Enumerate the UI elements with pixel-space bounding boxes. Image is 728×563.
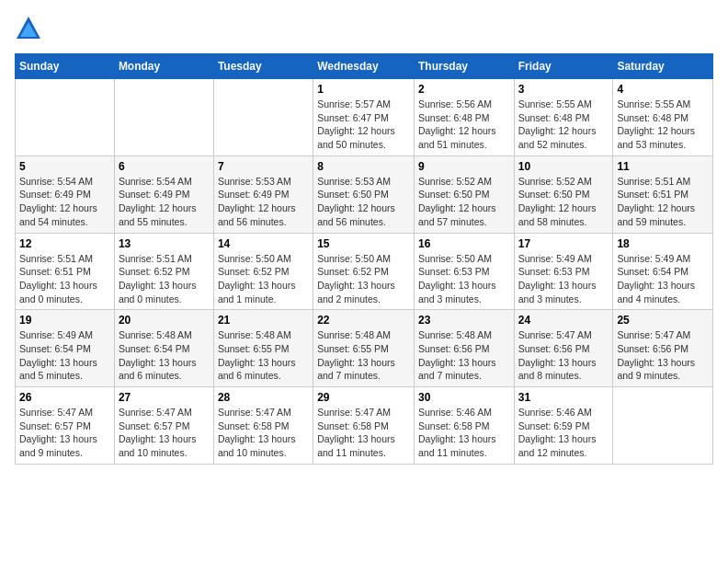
day-info: Sunrise: 5:48 AM Sunset: 6:56 PM Dayligh… xyxy=(418,328,510,383)
calendar-cell: 19Sunrise: 5:49 AM Sunset: 6:54 PM Dayli… xyxy=(16,310,115,387)
logo xyxy=(15,15,46,42)
calendar-week-row: 26Sunrise: 5:47 AM Sunset: 6:57 PM Dayli… xyxy=(16,387,713,465)
day-number: 13 xyxy=(119,237,210,250)
day-info: Sunrise: 5:53 AM Sunset: 6:49 PM Dayligh… xyxy=(218,175,309,229)
calendar-cell: 6Sunrise: 5:54 AM Sunset: 6:49 PM Daylig… xyxy=(114,155,213,233)
day-info: Sunrise: 5:48 AM Sunset: 6:54 PM Dayligh… xyxy=(119,328,210,383)
day-number: 29 xyxy=(317,391,410,404)
day-info: Sunrise: 5:46 AM Sunset: 6:58 PM Dayligh… xyxy=(418,406,510,460)
day-info: Sunrise: 5:52 AM Sunset: 6:50 PM Dayligh… xyxy=(518,175,609,229)
calendar-table: SundayMondayTuesdayWednesdayThursdayFrid… xyxy=(15,53,713,465)
day-info: Sunrise: 5:47 AM Sunset: 6:56 PM Dayligh… xyxy=(617,328,709,383)
day-number: 15 xyxy=(317,237,410,250)
day-info: Sunrise: 5:49 AM Sunset: 6:54 PM Dayligh… xyxy=(19,328,110,383)
calendar-cell: 8Sunrise: 5:53 AM Sunset: 6:50 PM Daylig… xyxy=(313,155,415,233)
calendar-cell: 3Sunrise: 5:55 AM Sunset: 6:48 PM Daylig… xyxy=(514,79,613,156)
day-info: Sunrise: 5:51 AM Sunset: 6:51 PM Dayligh… xyxy=(617,175,709,229)
day-number: 27 xyxy=(119,391,210,404)
calendar-cell: 4Sunrise: 5:55 AM Sunset: 6:48 PM Daylig… xyxy=(613,79,713,156)
calendar-cell: 26Sunrise: 5:47 AM Sunset: 6:57 PM Dayli… xyxy=(16,387,115,465)
calendar-cell: 10Sunrise: 5:52 AM Sunset: 6:50 PM Dayli… xyxy=(514,155,613,233)
day-number: 18 xyxy=(617,237,709,250)
calendar-cell: 30Sunrise: 5:46 AM Sunset: 6:58 PM Dayli… xyxy=(414,387,514,465)
day-info: Sunrise: 5:57 AM Sunset: 6:47 PM Dayligh… xyxy=(317,98,410,152)
day-number: 24 xyxy=(518,314,609,327)
day-info: Sunrise: 5:55 AM Sunset: 6:48 PM Dayligh… xyxy=(518,98,609,152)
day-info: Sunrise: 5:49 AM Sunset: 6:53 PM Dayligh… xyxy=(518,252,609,306)
calendar-cell: 14Sunrise: 5:50 AM Sunset: 6:52 PM Dayli… xyxy=(213,233,313,310)
day-info: Sunrise: 5:54 AM Sunset: 6:49 PM Dayligh… xyxy=(19,175,110,229)
day-info: Sunrise: 5:47 AM Sunset: 6:58 PM Dayligh… xyxy=(218,406,309,460)
day-number: 21 xyxy=(218,314,309,327)
day-of-week-header: Tuesday xyxy=(213,54,313,79)
day-info: Sunrise: 5:47 AM Sunset: 6:56 PM Dayligh… xyxy=(518,328,609,383)
calendar-cell: 25Sunrise: 5:47 AM Sunset: 6:56 PM Dayli… xyxy=(613,310,713,387)
day-of-week-header: Monday xyxy=(114,54,213,79)
day-number: 4 xyxy=(617,83,709,96)
calendar-header-row: SundayMondayTuesdayWednesdayThursdayFrid… xyxy=(16,54,713,79)
calendar-cell: 12Sunrise: 5:51 AM Sunset: 6:51 PM Dayli… xyxy=(16,233,115,310)
calendar-cell: 16Sunrise: 5:50 AM Sunset: 6:53 PM Dayli… xyxy=(414,233,514,310)
day-number: 11 xyxy=(617,160,709,173)
day-number: 28 xyxy=(218,391,309,404)
day-number: 10 xyxy=(518,160,609,173)
calendar-cell: 17Sunrise: 5:49 AM Sunset: 6:53 PM Dayli… xyxy=(514,233,613,310)
calendar-cell: 7Sunrise: 5:53 AM Sunset: 6:49 PM Daylig… xyxy=(213,155,313,233)
day-number: 7 xyxy=(218,160,309,173)
day-info: Sunrise: 5:54 AM Sunset: 6:49 PM Dayligh… xyxy=(119,175,210,229)
calendar-cell: 27Sunrise: 5:47 AM Sunset: 6:57 PM Dayli… xyxy=(114,387,213,465)
calendar-week-row: 12Sunrise: 5:51 AM Sunset: 6:51 PM Dayli… xyxy=(16,233,713,310)
calendar-cell: 15Sunrise: 5:50 AM Sunset: 6:52 PM Dayli… xyxy=(313,233,415,310)
day-number: 31 xyxy=(518,391,609,404)
calendar-cell xyxy=(16,79,115,156)
day-info: Sunrise: 5:47 AM Sunset: 6:57 PM Dayligh… xyxy=(19,406,110,460)
calendar-cell xyxy=(114,79,213,156)
day-number: 3 xyxy=(518,83,609,96)
calendar-cell: 28Sunrise: 5:47 AM Sunset: 6:58 PM Dayli… xyxy=(213,387,313,465)
page-header xyxy=(15,15,713,42)
calendar-week-row: 19Sunrise: 5:49 AM Sunset: 6:54 PM Dayli… xyxy=(16,310,713,387)
day-info: Sunrise: 5:51 AM Sunset: 6:52 PM Dayligh… xyxy=(119,252,210,306)
day-number: 26 xyxy=(19,391,110,404)
calendar-week-row: 1Sunrise: 5:57 AM Sunset: 6:47 PM Daylig… xyxy=(16,79,713,156)
day-number: 22 xyxy=(317,314,410,327)
calendar-cell: 22Sunrise: 5:48 AM Sunset: 6:55 PM Dayli… xyxy=(313,310,415,387)
calendar-cell: 21Sunrise: 5:48 AM Sunset: 6:55 PM Dayli… xyxy=(213,310,313,387)
day-of-week-header: Wednesday xyxy=(313,54,415,79)
day-number: 20 xyxy=(119,314,210,327)
calendar-cell: 24Sunrise: 5:47 AM Sunset: 6:56 PM Dayli… xyxy=(514,310,613,387)
calendar-cell: 2Sunrise: 5:56 AM Sunset: 6:48 PM Daylig… xyxy=(414,79,514,156)
day-number: 14 xyxy=(218,237,309,250)
day-number: 17 xyxy=(518,237,609,250)
day-info: Sunrise: 5:46 AM Sunset: 6:59 PM Dayligh… xyxy=(518,406,609,460)
day-number: 23 xyxy=(418,314,510,327)
day-info: Sunrise: 5:47 AM Sunset: 6:57 PM Dayligh… xyxy=(119,406,210,460)
calendar-cell: 9Sunrise: 5:52 AM Sunset: 6:50 PM Daylig… xyxy=(414,155,514,233)
calendar-cell xyxy=(613,387,713,465)
calendar-cell: 1Sunrise: 5:57 AM Sunset: 6:47 PM Daylig… xyxy=(313,79,415,156)
calendar-cell: 29Sunrise: 5:47 AM Sunset: 6:58 PM Dayli… xyxy=(313,387,415,465)
day-number: 19 xyxy=(19,314,110,327)
day-number: 30 xyxy=(418,391,510,404)
calendar-cell: 23Sunrise: 5:48 AM Sunset: 6:56 PM Dayli… xyxy=(414,310,514,387)
day-of-week-header: Sunday xyxy=(16,54,115,79)
day-of-week-header: Saturday xyxy=(613,54,713,79)
day-number: 2 xyxy=(418,83,510,96)
day-info: Sunrise: 5:51 AM Sunset: 6:51 PM Dayligh… xyxy=(19,252,110,306)
day-info: Sunrise: 5:53 AM Sunset: 6:50 PM Dayligh… xyxy=(317,175,410,229)
day-info: Sunrise: 5:55 AM Sunset: 6:48 PM Dayligh… xyxy=(617,98,709,152)
day-of-week-header: Thursday xyxy=(414,54,514,79)
calendar-cell: 13Sunrise: 5:51 AM Sunset: 6:52 PM Dayli… xyxy=(114,233,213,310)
calendar-week-row: 5Sunrise: 5:54 AM Sunset: 6:49 PM Daylig… xyxy=(16,155,713,233)
day-number: 12 xyxy=(19,237,110,250)
day-info: Sunrise: 5:50 AM Sunset: 6:52 PM Dayligh… xyxy=(218,252,309,306)
day-number: 16 xyxy=(418,237,510,250)
day-info: Sunrise: 5:50 AM Sunset: 6:52 PM Dayligh… xyxy=(317,252,410,306)
calendar-cell: 11Sunrise: 5:51 AM Sunset: 6:51 PM Dayli… xyxy=(613,155,713,233)
calendar-cell: 20Sunrise: 5:48 AM Sunset: 6:54 PM Dayli… xyxy=(114,310,213,387)
day-info: Sunrise: 5:50 AM Sunset: 6:53 PM Dayligh… xyxy=(418,252,510,306)
day-number: 25 xyxy=(617,314,709,327)
day-of-week-header: Friday xyxy=(514,54,613,79)
logo-icon xyxy=(15,15,42,42)
calendar-cell xyxy=(213,79,313,156)
